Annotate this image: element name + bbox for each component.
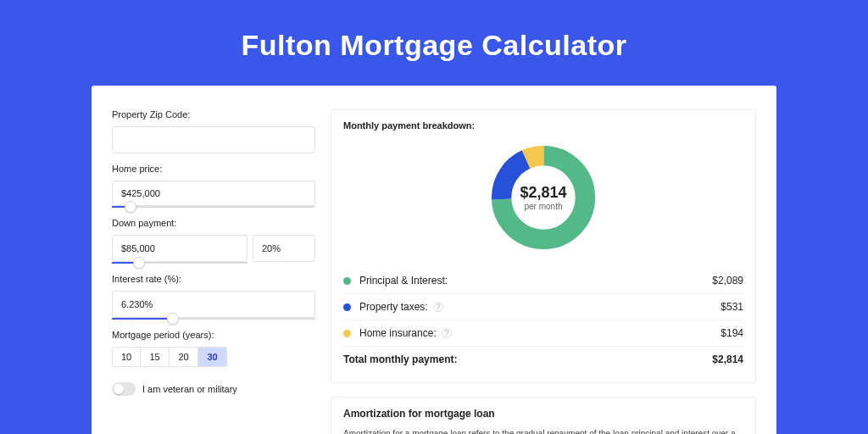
zip-field: Property Zip Code: [112, 109, 315, 153]
veteran-toggle[interactable] [112, 382, 136, 396]
period-option-30[interactable]: 30 [198, 347, 227, 367]
down-label: Down payment: [112, 218, 315, 228]
price-input[interactable] [112, 181, 315, 206]
period-segmented: 10152030 [112, 347, 315, 367]
page-title: Fulton Mortgage Calculator [92, 0, 776, 86]
legend-total: Total monthly payment: $2,814 [343, 347, 743, 372]
down-amount-input[interactable] [112, 235, 248, 262]
donut-sub: per month [520, 202, 566, 211]
legend-label: Home insurance: [359, 327, 437, 339]
legend-total-label: Total monthly payment: [343, 353, 457, 365]
legend-label: Principal & Interest: [359, 275, 448, 287]
zip-label: Property Zip Code: [112, 109, 315, 120]
donut-amount: $2,814 [520, 184, 566, 202]
amortization-panel: Amortization for mortgage loan Amortizat… [331, 397, 756, 434]
rate-slider-handle[interactable] [167, 313, 179, 325]
results-column: Monthly payment breakdown: $2,814 per mo… [331, 109, 756, 434]
period-field: Mortgage period (years): 10152030 [112, 330, 315, 367]
info-icon[interactable]: ? [433, 302, 443, 312]
legend-principal-interest: Principal & Interest: $2,089 [343, 268, 743, 294]
swatch-green-icon [343, 277, 351, 285]
legend-home-insurance: Home insurance: ? $194 [343, 320, 743, 347]
legend-value: $194 [721, 327, 743, 339]
amort-title: Amortization for mortgage loan [343, 408, 743, 420]
legend-total-value: $2,814 [712, 353, 743, 365]
breakdown-title: Monthly payment breakdown: [343, 120, 743, 131]
amort-body: Amortization for a mortgage loan refers … [343, 428, 743, 434]
swatch-blue-icon [343, 303, 351, 311]
down-pct-input[interactable] [253, 235, 315, 262]
period-label: Mortgage period (years): [112, 330, 315, 340]
down-slider[interactable] [112, 262, 248, 264]
down-field: Down payment: [112, 218, 315, 264]
donut-chart: $2,814 per month [488, 142, 598, 253]
info-icon[interactable]: ? [442, 328, 452, 338]
legend-value: $531 [721, 301, 743, 313]
breakdown-panel: Monthly payment breakdown: $2,814 per mo… [331, 109, 756, 383]
zip-input[interactable] [112, 126, 315, 153]
rate-input[interactable] [112, 291, 315, 318]
legend-value: $2,089 [712, 275, 743, 287]
swatch-yellow-icon [343, 330, 351, 337]
rate-label: Interest rate (%): [112, 274, 315, 284]
donut-chart-zone: $2,814 per month [343, 137, 743, 261]
veteran-label: I am veteran or military [142, 384, 237, 394]
calculator-tool: Property Zip Code: Home price: Down paym… [92, 86, 776, 434]
legend-property-taxes: Property taxes: ? $531 [343, 294, 743, 320]
price-label: Home price: [112, 164, 315, 174]
donut-center: $2,814 per month [520, 184, 566, 211]
period-option-20[interactable]: 20 [170, 347, 198, 367]
inputs-column: Property Zip Code: Home price: Down paym… [112, 109, 315, 434]
down-slider-handle[interactable] [133, 257, 145, 269]
rate-slider[interactable] [112, 318, 315, 320]
period-option-10[interactable]: 10 [112, 347, 141, 367]
period-option-15[interactable]: 15 [141, 347, 170, 367]
veteran-row: I am veteran or military [112, 382, 315, 396]
price-field: Home price: [112, 164, 315, 208]
rate-field: Interest rate (%): [112, 274, 315, 320]
price-slider[interactable] [112, 206, 315, 208]
breakdown-legend: Principal & Interest: $2,089 Property ta… [343, 268, 743, 372]
legend-label: Property taxes: [359, 301, 428, 313]
price-slider-handle[interactable] [125, 201, 136, 213]
